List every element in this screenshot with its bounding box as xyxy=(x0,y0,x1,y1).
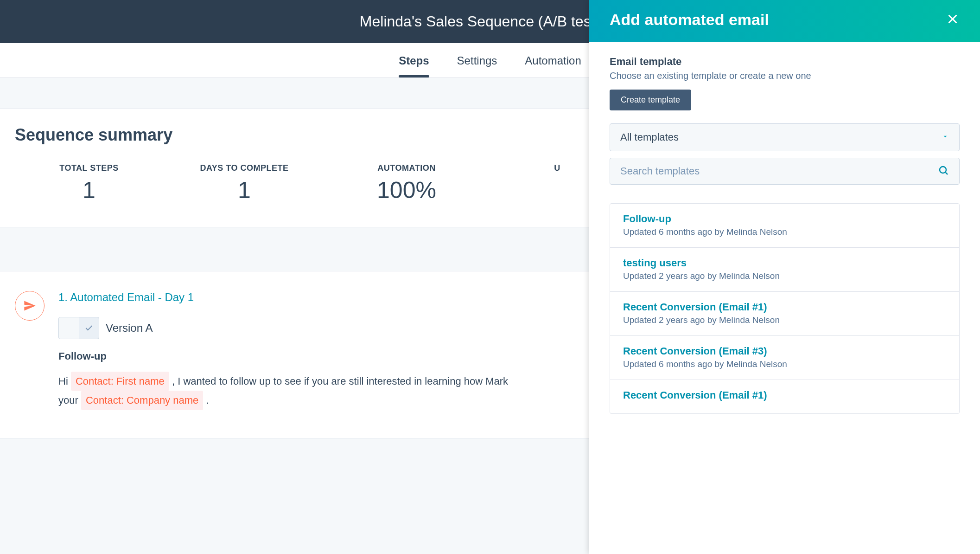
stat-days-complete: DAYS TO COMPLETE 1 xyxy=(163,163,325,204)
page-title: Melinda's Sales Sequence (A/B test) xyxy=(360,13,600,30)
body-text: your xyxy=(58,394,81,406)
version-label: Version A xyxy=(106,322,153,335)
select-value: All templates xyxy=(620,131,679,143)
tab-steps[interactable]: Steps xyxy=(399,43,429,77)
tab-automation[interactable]: Automation xyxy=(525,43,581,77)
template-list: Follow-up Updated 6 months ago by Melind… xyxy=(610,203,960,414)
create-template-button[interactable]: Create template xyxy=(610,90,691,110)
template-meta: Updated 2 years ago by Melinda Nelson xyxy=(623,271,946,281)
template-name: testing users xyxy=(623,257,946,269)
template-meta: Updated 2 years ago by Melinda Nelson xyxy=(623,315,946,325)
svg-point-2 xyxy=(940,167,946,173)
stat-label: DAYS TO COMPLETE xyxy=(163,163,325,173)
template-item[interactable]: testing users Updated 2 years ago by Mel… xyxy=(610,248,959,292)
body-text: . xyxy=(206,394,209,406)
token-first-name[interactable]: Contact: First name xyxy=(71,372,169,391)
template-item[interactable]: Recent Conversion (Email #1) xyxy=(610,380,959,413)
version-a-btn[interactable] xyxy=(58,317,79,339)
stat-value: 1 xyxy=(15,177,163,204)
stat-value: 100% xyxy=(325,177,488,204)
template-name: Follow-up xyxy=(623,213,946,225)
search-icon xyxy=(938,165,949,178)
template-name: Recent Conversion (Email #3) xyxy=(623,345,946,357)
template-item[interactable]: Follow-up Updated 6 months ago by Melind… xyxy=(610,204,959,248)
template-item[interactable]: Recent Conversion (Email #1) Updated 2 y… xyxy=(610,292,959,336)
template-filter-select[interactable]: All templates xyxy=(610,123,960,151)
add-automated-email-panel: Add automated email Email template Choos… xyxy=(589,0,980,438)
template-meta: Updated 6 months ago by Melinda Nelson xyxy=(623,359,946,369)
template-search-box[interactable] xyxy=(610,158,960,185)
search-input[interactable] xyxy=(620,165,938,177)
stat-total-steps: TOTAL STEPS 1 xyxy=(15,163,163,204)
close-icon[interactable] xyxy=(946,10,960,29)
stat-value: 1 xyxy=(163,177,325,204)
template-item[interactable]: Recent Conversion (Email #3) Updated 6 m… xyxy=(610,336,959,380)
body-text: Hi xyxy=(58,375,71,387)
stat-label: AUTOMATION xyxy=(325,163,488,173)
template-name: Recent Conversion (Email #1) xyxy=(623,389,946,401)
paper-plane-icon xyxy=(15,291,45,321)
tab-settings[interactable]: Settings xyxy=(457,43,497,77)
panel-header: Add automated email xyxy=(589,0,980,42)
template-name: Recent Conversion (Email #1) xyxy=(623,301,946,313)
version-b-btn[interactable] xyxy=(79,317,99,339)
token-company-name[interactable]: Contact: Company name xyxy=(81,391,203,410)
body-text: , I wanted to follow up to see if you ar… xyxy=(172,375,508,387)
svg-line-3 xyxy=(946,173,948,174)
panel-title: Add automated email xyxy=(610,11,769,29)
caret-down-icon xyxy=(942,133,949,142)
section-subtitle: Choose an existing template or create a … xyxy=(610,71,960,81)
section-title: Email template xyxy=(610,56,960,68)
stat-automation: AUTOMATION 100% xyxy=(325,163,488,204)
template-meta: Updated 6 months ago by Melinda Nelson xyxy=(623,227,946,237)
version-toggle[interactable] xyxy=(58,317,99,339)
stat-label: TOTAL STEPS xyxy=(15,163,163,173)
